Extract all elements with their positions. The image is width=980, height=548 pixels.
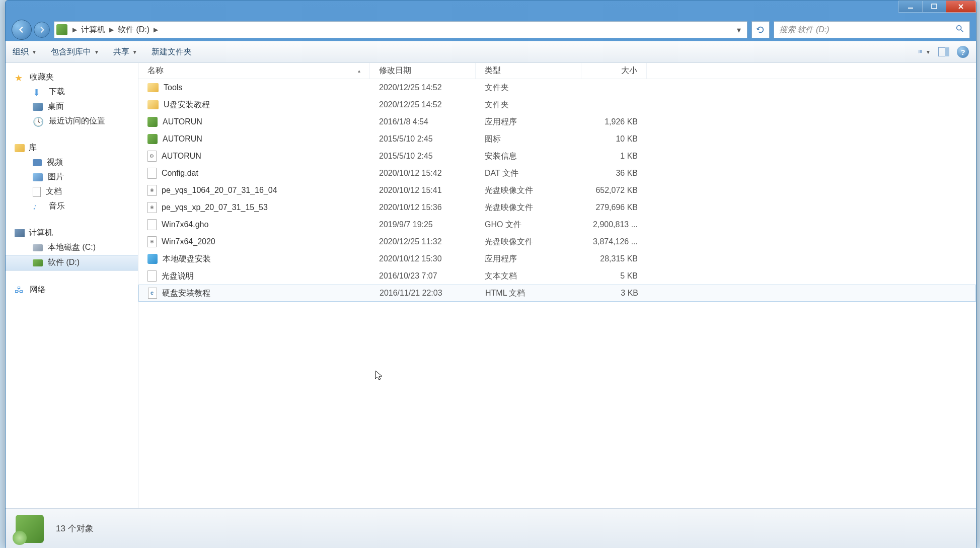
- toolbar: 组织 ▼ 包含到库中 ▼ 共享 ▼ 新建文件夹 ▼: [6, 41, 976, 63]
- titlebar[interactable]: [6, 1, 976, 19]
- sidebar-libraries-header[interactable]: 库: [6, 141, 138, 155]
- file-date: 2020/10/12 15:36: [379, 203, 442, 212]
- sidebar-item-videos[interactable]: 视频: [6, 155, 138, 170]
- sidebar-item-drive-d[interactable]: 软件 (D:): [6, 255, 138, 270]
- breadcrumb[interactable]: ▶ 计算机 ▶ 软件 (D:) ▶ ▾: [54, 21, 747, 38]
- file-date: 2020/10/12 15:30: [379, 254, 442, 263]
- file-name: U盘安装教程: [164, 100, 210, 110]
- file-row[interactable]: AUTORUN2015/5/10 2:45安装信息1 KB: [138, 148, 976, 165]
- refresh-button[interactable]: [751, 21, 770, 38]
- breadcrumb-item-drive[interactable]: 软件 (D:): [117, 22, 150, 38]
- favorites-label: 收藏夹: [30, 72, 54, 83]
- chevron-down-icon: ▼: [94, 49, 99, 55]
- file-name: 光盘说明: [162, 271, 194, 282]
- svg-rect-5: [919, 51, 919, 52]
- breadcrumb-dropdown[interactable]: ▾: [733, 25, 745, 35]
- search-placeholder: 搜索 软件 (D:): [779, 25, 830, 35]
- file-size: 5 KB: [620, 271, 638, 281]
- file-type-icon: [147, 83, 159, 92]
- search-input[interactable]: 搜索 软件 (D:): [774, 21, 970, 38]
- file-row[interactable]: Win7x64_20202020/12/25 11:32光盘映像文件3,874,…: [138, 233, 976, 250]
- file-name: 本地硬盘安装: [163, 254, 211, 264]
- svg-rect-1: [932, 4, 937, 9]
- drive-icon: [33, 259, 43, 266]
- file-name: AUTORUN: [162, 152, 201, 161]
- file-row[interactable]: 硬盘安装教程2016/11/21 22:03HTML 文档3 KB: [138, 285, 976, 302]
- column-header-name[interactable]: 名称 ▴: [138, 63, 370, 79]
- sidebar-item-drive-c[interactable]: 本地磁盘 (C:): [6, 240, 138, 255]
- sidebar-computer-header[interactable]: 计算机: [6, 226, 138, 240]
- file-type-icon: [148, 288, 157, 299]
- sidebar-item-desktop[interactable]: 桌面: [6, 99, 138, 114]
- music-icon: ♪: [33, 201, 44, 212]
- file-date: 2020/12/25 11:32: [379, 237, 442, 246]
- file-type-icon: [147, 168, 157, 179]
- svg-rect-7: [919, 52, 919, 53]
- file-row[interactable]: Config.dat2020/10/12 15:42DAT 文件36 KB: [138, 165, 976, 182]
- maximize-button[interactable]: [922, 1, 946, 13]
- file-name: Config.dat: [162, 169, 198, 178]
- file-row[interactable]: pe_yqs_1064_20_07_31_16_042020/10/12 15:…: [138, 182, 976, 199]
- star-icon: ★: [15, 73, 26, 83]
- preview-pane-button[interactable]: [938, 46, 950, 57]
- column-header-size[interactable]: 大小: [581, 63, 647, 79]
- sidebar-item-music[interactable]: ♪ 音乐: [6, 199, 138, 214]
- desktop-icon: [33, 103, 43, 111]
- file-type: 安装信息: [485, 151, 517, 162]
- sidebar-favorites-header[interactable]: ★ 收藏夹: [6, 70, 138, 85]
- column-header-type[interactable]: 类型: [476, 63, 581, 79]
- sidebar-item-label: 桌面: [48, 101, 64, 112]
- help-button[interactable]: ?: [957, 46, 969, 58]
- file-row[interactable]: AUTORUN2016/1/8 4:54应用程序1,926 KB: [138, 113, 976, 130]
- breadcrumb-item-computer[interactable]: 计算机: [80, 22, 106, 38]
- back-button[interactable]: [12, 20, 32, 40]
- sidebar-item-label: 视频: [47, 157, 63, 168]
- file-row[interactable]: U盘安装教程2020/12/25 14:52文件夹: [138, 96, 976, 113]
- svg-rect-4: [920, 50, 922, 51]
- chevron-right-icon[interactable]: ▶: [72, 26, 77, 33]
- file-date: 2016/10/23 7:07: [379, 271, 437, 281]
- file-type: DAT 文件: [485, 168, 518, 179]
- computer-label: 计算机: [29, 228, 53, 238]
- drive-icon: [33, 244, 43, 251]
- sidebar-item-recent[interactable]: 🕓 最近访问的位置: [6, 114, 138, 128]
- file-type-icon: [147, 100, 159, 109]
- file-row[interactable]: 光盘说明2016/10/23 7:07文本文档5 KB: [138, 267, 976, 285]
- file-row[interactable]: pe_yqs_xp_20_07_31_15_532020/10/12 15:36…: [138, 199, 976, 216]
- sidebar-item-pictures[interactable]: 图片: [6, 170, 138, 184]
- file-name: Win7x64.gho: [162, 220, 208, 229]
- file-type: 文件夹: [485, 83, 509, 93]
- view-options-button[interactable]: ▼: [919, 46, 931, 57]
- file-type-icon: [147, 134, 158, 144]
- sidebar-item-downloads[interactable]: ⬇ 下载: [6, 85, 138, 99]
- column-header-date[interactable]: 修改日期: [370, 63, 476, 79]
- svg-rect-3: [919, 50, 919, 51]
- libraries-label: 库: [29, 143, 37, 153]
- file-size: 1,926 KB: [605, 117, 638, 126]
- file-size: 28,315 KB: [600, 254, 638, 263]
- sidebar-item-documents[interactable]: 文档: [6, 184, 138, 199]
- picture-icon: [33, 173, 43, 181]
- svg-rect-6: [920, 51, 922, 52]
- sidebar-network-header[interactable]: 🖧 网络: [6, 283, 138, 297]
- minimize-button[interactable]: [898, 1, 923, 13]
- file-type: 光盘映像文件: [485, 202, 533, 213]
- chevron-right-icon[interactable]: ▶: [154, 26, 158, 33]
- close-button[interactable]: [946, 1, 976, 13]
- chevron-down-icon: ▼: [32, 49, 37, 55]
- file-row[interactable]: 本地硬盘安装2020/10/12 15:30应用程序28,315 KB: [138, 250, 976, 267]
- share-menu[interactable]: 共享 ▼: [113, 47, 137, 57]
- sidebar-item-label: 本地磁盘 (C:): [48, 242, 96, 253]
- file-date: 2015/5/10 2:45: [379, 152, 433, 161]
- organize-menu[interactable]: 组织 ▼: [13, 47, 37, 57]
- forward-button[interactable]: [34, 22, 50, 38]
- chevron-right-icon[interactable]: ▶: [109, 26, 114, 33]
- library-icon: [15, 144, 25, 152]
- file-type-icon: [147, 236, 157, 247]
- file-row[interactable]: Tools2020/12/25 14:52文件夹: [138, 79, 976, 96]
- file-row[interactable]: AUTORUN2015/5/10 2:45图标10 KB: [138, 130, 976, 148]
- file-row[interactable]: Win7x64.gho2019/9/7 19:25GHO 文件2,900,813…: [138, 216, 976, 233]
- file-name: AUTORUN: [163, 134, 202, 144]
- include-library-menu[interactable]: 包含到库中 ▼: [51, 47, 99, 57]
- new-folder-button[interactable]: 新建文件夹: [152, 47, 192, 57]
